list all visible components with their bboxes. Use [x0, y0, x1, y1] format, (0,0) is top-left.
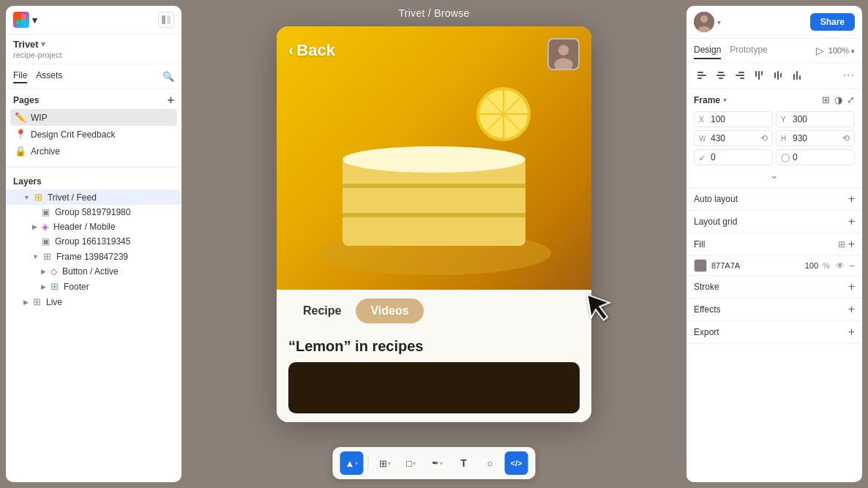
- add-fill-button[interactable]: +: [848, 238, 855, 251]
- layer-header-mobile[interactable]: ▶ ◈ Header / Mobile: [6, 219, 182, 234]
- file-assets-bar: File Assets 🔍: [6, 64, 182, 89]
- back-button[interactable]: ‹ Back: [288, 41, 335, 60]
- svg-rect-8: [343, 184, 525, 188]
- remove-fill-button[interactable]: −: [849, 260, 855, 271]
- h-constraint-icon: ⟲: [842, 133, 850, 143]
- add-page-button[interactable]: +: [168, 94, 174, 106]
- prototype-tab[interactable]: Prototype: [730, 42, 767, 59]
- add-layout-grid-button[interactable]: +: [848, 215, 855, 228]
- svg-rect-9: [343, 213, 525, 217]
- archive-icon: 🔒: [15, 146, 26, 157]
- align-left-button[interactable]: [694, 67, 710, 83]
- align-center-v-button[interactable]: [770, 67, 786, 83]
- user-avatar-image: [694, 12, 714, 32]
- select-tool[interactable]: ▲ ▾: [340, 451, 364, 475]
- add-export-button[interactable]: +: [848, 326, 855, 339]
- layer-group-1661319345[interactable]: ▶ ▣ Group 1661319345: [6, 234, 182, 249]
- x-field[interactable]: X 100: [694, 111, 773, 127]
- divider: [6, 167, 182, 168]
- frame-grid-icon[interactable]: ⊞: [822, 94, 830, 105]
- x-value: 100: [711, 114, 725, 124]
- fill-label: Fill: [694, 239, 705, 249]
- h-label: H: [781, 135, 790, 143]
- align-center-h-button[interactable]: [713, 67, 729, 83]
- frame-icon: ⊞: [43, 251, 51, 262]
- file-tab[interactable]: File: [13, 69, 27, 83]
- frame-caret-icon[interactable]: ▾: [723, 96, 727, 104]
- frame-clip-icon[interactable]: ◑: [834, 94, 842, 105]
- left-panel: ▾ Trivet ▾ recipe-project File Assets 🔍 …: [6, 6, 182, 482]
- search-icon[interactable]: 🔍: [162, 71, 174, 82]
- effects-row: Effects +: [686, 299, 862, 321]
- dev-tool[interactable]: </>: [505, 451, 528, 475]
- page-item-design-crit[interactable]: 📍 Design Crit Feedback: [10, 126, 177, 143]
- component-instance-icon: ◇: [50, 266, 57, 277]
- pen-dropdown-icon: ▾: [440, 460, 443, 467]
- videos-tab[interactable]: Videos: [356, 299, 423, 323]
- add-stroke-button[interactable]: +: [848, 280, 855, 293]
- frame-tool[interactable]: ⊞ ▾: [373, 451, 397, 475]
- assets-tab[interactable]: Assets: [36, 69, 62, 83]
- design-tab[interactable]: Design: [694, 42, 721, 59]
- layer-label: Header / Mobile: [53, 222, 116, 232]
- frame-dropdown-icon: ▾: [388, 460, 391, 467]
- page-item-wip[interactable]: ✏️ WIP: [10, 109, 177, 126]
- y-field[interactable]: Y 300: [776, 111, 855, 127]
- expand-coords-button[interactable]: ⌄: [768, 168, 780, 182]
- pen-tool[interactable]: ✒ ▾: [426, 451, 449, 475]
- figma-icon: [13, 12, 29, 28]
- group-icon: ▣: [42, 236, 50, 247]
- fill-grid-icon[interactable]: ⊞: [838, 239, 845, 249]
- user-avatar-button[interactable]: [694, 12, 714, 32]
- rect-tool[interactable]: □ ▾: [400, 451, 423, 475]
- play-button[interactable]: ▷: [816, 45, 824, 56]
- layout-grid-label: Layout grid: [694, 217, 737, 227]
- svg-rect-30: [740, 78, 744, 79]
- corner-radius-field[interactable]: ◯ 0: [776, 149, 855, 165]
- layer-frame-139847239[interactable]: ▼ ⊞ Frame 139847239: [6, 249, 182, 264]
- svg-rect-26: [717, 75, 725, 76]
- layer-button-active[interactable]: ▶ ◇ Button / Active: [6, 264, 182, 279]
- layout-grid-row: Layout grid +: [686, 211, 862, 233]
- page-item-archive[interactable]: 🔒 Archive: [10, 143, 177, 159]
- corner-label: ◯: [781, 153, 790, 162]
- fill-pct-label: %: [823, 261, 830, 270]
- add-auto-layout-button[interactable]: +: [848, 192, 855, 206]
- text-tool[interactable]: T: [452, 451, 476, 475]
- w-field[interactable]: W 430 ⟲: [694, 130, 773, 146]
- layer-trivet-feed[interactable]: ▼ ⊞ Trivet / Feed: [6, 189, 182, 205]
- share-button[interactable]: Share: [810, 13, 855, 31]
- fill-color-swatch[interactable]: [694, 259, 707, 272]
- comment-tool[interactable]: ○: [479, 451, 502, 475]
- figma-logo[interactable]: ▾: [13, 12, 37, 28]
- expand-icon: ▶: [41, 268, 46, 275]
- fill-hex-value[interactable]: 877A7A: [711, 261, 801, 270]
- recipe-tab[interactable]: Recipe: [288, 299, 356, 323]
- user-dropdown-icon[interactable]: ▾: [717, 18, 721, 26]
- x-label: X: [699, 116, 708, 124]
- zoom-level[interactable]: 100% ▾: [828, 46, 855, 55]
- h-field[interactable]: H 930 ⟲: [776, 130, 855, 146]
- align-bottom-button[interactable]: [789, 67, 805, 83]
- add-effect-button[interactable]: +: [848, 303, 855, 316]
- layer-group-5819791980[interactable]: ▶ ▣ Group 5819791980: [6, 205, 182, 219]
- right-panel: ▾ Share Design Prototype ▷ 100% ▾: [686, 6, 862, 482]
- expand-icon: ▶: [23, 299, 29, 306]
- fill-visibility-icon[interactable]: 👁: [836, 260, 845, 271]
- align-top-button[interactable]: [751, 67, 767, 83]
- fill-opacity-value[interactable]: 100: [805, 261, 818, 270]
- frame-resize-icon[interactable]: ⤢: [847, 94, 855, 105]
- more-options-button[interactable]: ···: [843, 69, 855, 82]
- rotation-field[interactable]: ↙ 0: [694, 149, 773, 165]
- svg-point-17: [558, 45, 569, 56]
- layer-live[interactable]: ▶ ⊞ Live: [6, 294, 182, 309]
- rotation-label: ↙: [699, 153, 708, 162]
- fill-header-row: Fill ⊞ +: [686, 233, 862, 256]
- panel-toggle-button[interactable]: [158, 12, 174, 28]
- layer-label: Footer: [64, 282, 89, 292]
- svg-rect-5: [167, 15, 171, 24]
- align-right-button[interactable]: [732, 67, 748, 83]
- layer-footer[interactable]: ▶ ⊞ Footer: [6, 279, 182, 294]
- project-name[interactable]: Trivet ▾: [13, 39, 174, 50]
- user-avatar[interactable]: [547, 38, 580, 70]
